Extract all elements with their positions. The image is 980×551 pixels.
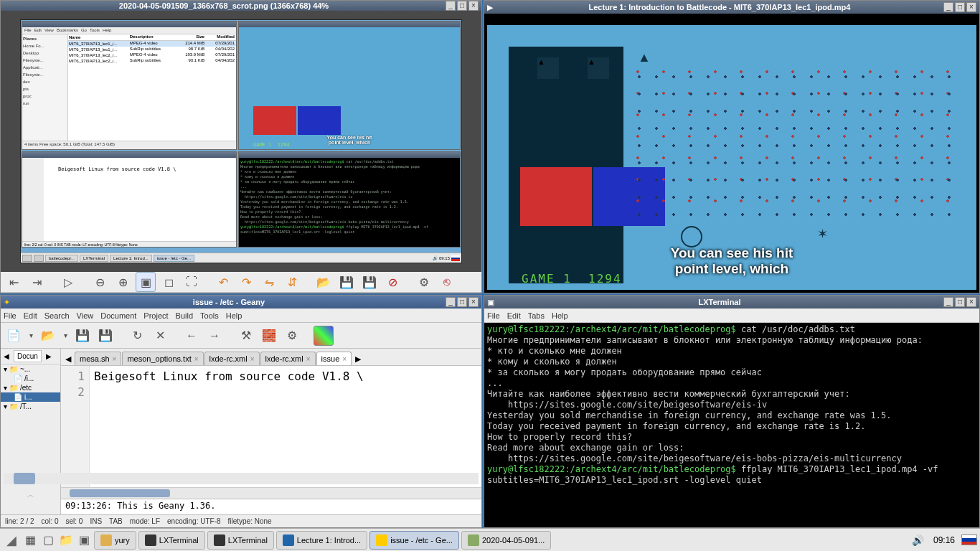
term-titlebar[interactable]: ▣ LXTerminal _ □ ×	[484, 296, 979, 309]
save-icon[interactable]: 💾	[336, 272, 357, 292]
editor-tab-active[interactable]: issue×	[316, 352, 352, 365]
code-area[interactable]: Beigesoft Linux from source code V1.8 \	[90, 366, 481, 487]
next-icon[interactable]: ⇥	[27, 272, 47, 292]
exit-icon[interactable]: ⎋	[437, 272, 457, 292]
run-icon[interactable]: ⚙	[282, 326, 302, 346]
zoom-orig-icon[interactable]: ◻	[159, 272, 179, 292]
close-tab-icon[interactable]: ×	[250, 355, 255, 363]
close-tab-icon[interactable]: ×	[194, 355, 199, 363]
minimize-button[interactable]: _	[446, 297, 456, 307]
geany-editor[interactable]: 12 Beigesoft Linux from source code V1.8…	[61, 366, 481, 487]
color-icon[interactable]	[314, 326, 334, 346]
open-icon[interactable]: 📂	[314, 272, 334, 292]
menu-help[interactable]: Help	[552, 311, 568, 320]
taskbar-item-active[interactable]: issue - /etc - Ge...	[369, 531, 459, 550]
menu-document[interactable]: Document	[100, 311, 136, 320]
sidebar-left-icon[interactable]: ◀	[1, 351, 12, 362]
sidebar-tab[interactable]: Docun	[14, 350, 42, 362]
keyboard-layout-ru-icon[interactable]	[961, 534, 977, 545]
close-tab-icon[interactable]: ×	[113, 355, 117, 363]
nav-back-icon[interactable]: ←	[182, 326, 202, 346]
tabs-right-icon[interactable]: ▶	[352, 353, 364, 365]
zoom-out-icon[interactable]: ⊖	[90, 272, 110, 292]
maximize-button[interactable]: □	[457, 297, 467, 307]
save-icon[interactable]: 💾	[72, 326, 93, 346]
saveas-icon[interactable]: 💾	[359, 272, 380, 292]
menu-search[interactable]: Search	[44, 311, 70, 320]
menu-file[interactable]: File	[487, 311, 500, 320]
close-button[interactable]: ×	[966, 297, 976, 307]
minimize-button[interactable]: _	[446, 1, 456, 11]
sidebar-item[interactable]: 📄i...	[1, 392, 60, 402]
reload-icon[interactable]: ↻	[127, 326, 147, 346]
editor-tab[interactable]: lxde-rc.xml×	[260, 352, 316, 365]
video-content[interactable]: ▲ ▲ ▲ ✶ GAME 1 1294 You can see his hit …	[484, 14, 979, 293]
delete-icon[interactable]: ⊘	[382, 272, 402, 292]
zoom-in-icon[interactable]: ⊕	[113, 272, 133, 292]
taskbar-item[interactable]: 2020-04-05-091...	[461, 531, 551, 550]
new-dropdown-icon[interactable]: ▾	[27, 326, 35, 346]
maximize-button[interactable]: □	[955, 2, 965, 12]
menu-build[interactable]: Build	[176, 311, 193, 320]
compile-icon[interactable]: ⚒	[236, 326, 256, 346]
menu-help[interactable]: Help	[226, 311, 242, 320]
close-file-icon[interactable]: ✕	[150, 326, 170, 346]
geany-titlebar[interactable]: ✦ issue - /etc - Geany _ □ ×	[1, 296, 481, 309]
terminal-launcher-icon[interactable]: ▣	[76, 532, 92, 548]
menu-view[interactable]: View	[77, 311, 94, 320]
volume-icon[interactable]: 🔊	[909, 534, 927, 546]
open-dropdown-icon[interactable]: ▾	[61, 326, 70, 346]
rotate-left-icon[interactable]: ↶	[213, 272, 233, 292]
start-menu-icon[interactable]: ◢	[3, 532, 20, 549]
zoom-fit-icon[interactable]: ▣	[136, 272, 156, 292]
imgviewer-titlebar[interactable]: 2020-04-05-091509_1366x768_scrot.png (13…	[1, 1, 481, 11]
taskbar-item[interactable]: LXTerminal	[207, 531, 274, 550]
taskbar-item[interactable]: yury	[94, 531, 136, 550]
close-tab-icon[interactable]: ×	[342, 355, 347, 363]
open-icon[interactable]: 📂	[38, 326, 58, 346]
sidebar-item[interactable]: 📄/i...	[1, 374, 60, 383]
close-tab-icon[interactable]: ×	[306, 355, 311, 363]
build-icon[interactable]: 🧱	[259, 326, 279, 346]
minimize-button[interactable]: _	[943, 297, 953, 307]
video-titlebar[interactable]: ▶ Lecture 1: Introduction to Battlecode …	[484, 1, 979, 14]
nav-fwd-icon[interactable]: →	[204, 326, 225, 346]
prev-icon[interactable]: ⇤	[4, 272, 24, 292]
editor-tab[interactable]: mesa.sh×	[75, 352, 121, 365]
menu-project[interactable]: Project	[143, 311, 168, 320]
fullscreen-icon[interactable]: ⛶	[182, 272, 202, 292]
close-button[interactable]: ×	[468, 1, 479, 11]
flip-h-icon[interactable]: ⇋	[259, 272, 279, 292]
h-scrollbar[interactable]	[61, 487, 481, 499]
maximize-button[interactable]: □	[955, 297, 965, 307]
close-button[interactable]: ×	[966, 2, 976, 12]
maximize-button[interactable]: □	[457, 1, 467, 11]
menu-file[interactable]: File	[4, 311, 17, 320]
terminal-content[interactable]: yury@lfsc182222:/archext4/arc/mit/batlec…	[484, 323, 979, 527]
editor-tab[interactable]: lxde-rc.xml×	[204, 352, 260, 365]
play-icon[interactable]: ▷	[58, 272, 78, 292]
clock[interactable]: 09:16	[929, 535, 959, 545]
sidebar-item[interactable]: ▾📁~...	[1, 364, 60, 374]
editor-tab[interactable]: meson_options.txt×	[122, 352, 203, 365]
sidebar-item[interactable]: ▾📁/T...	[1, 402, 60, 411]
menu-edit[interactable]: Edit	[507, 311, 521, 320]
workspace-1-icon[interactable]: ▦	[22, 532, 38, 548]
save-all-icon[interactable]: 💾	[95, 326, 116, 346]
minimize-button[interactable]: _	[943, 2, 953, 12]
collapse-up-icon[interactable]: ︿	[1, 490, 61, 500]
new-file-icon[interactable]: 📄	[4, 326, 24, 346]
menu-tools[interactable]: Tools	[200, 311, 219, 320]
rotate-right-icon[interactable]: ↷	[236, 272, 256, 292]
file-manager-launcher-icon[interactable]: 📁	[58, 532, 74, 548]
taskbar-item[interactable]: Lecture 1: Introd...	[276, 531, 367, 550]
settings-icon[interactable]: ⚙	[414, 272, 434, 292]
menu-edit[interactable]: Edit	[24, 311, 37, 320]
workspace-2-icon[interactable]: ▢	[40, 532, 56, 548]
sidebar-item[interactable]: ▾📁/etc	[1, 383, 60, 392]
menu-tabs[interactable]: Tabs	[528, 311, 545, 320]
taskbar-item[interactable]: LXTerminal	[138, 531, 205, 550]
sidebar-right-icon[interactable]: ▶	[43, 351, 55, 362]
close-button[interactable]: ×	[468, 297, 479, 307]
tabs-left-icon[interactable]: ◀	[62, 353, 74, 365]
